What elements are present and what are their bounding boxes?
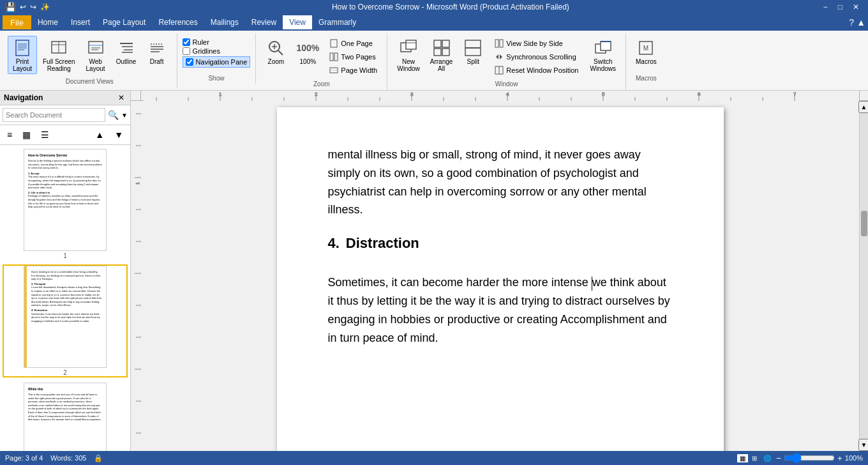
menu-page-layout[interactable]: Page Layout bbox=[96, 15, 152, 29]
help-icon[interactable]: ? bbox=[849, 17, 854, 27]
status-bar: Page: 3 of 4 Words: 305 🔒 ▦ ⊞ 🌐 − + 100% bbox=[0, 451, 868, 465]
zoom-slider-area[interactable]: − + 100% bbox=[776, 453, 863, 463]
nav-pages-list: How to Overcome Sorrow Sorrow is the fee… bbox=[0, 145, 130, 451]
ribbon-collapse-icon[interactable]: ▲ bbox=[857, 17, 865, 27]
title-bar: 💾 ↩ ↪ ✨ How to Overcome Sorrow - Microso… bbox=[0, 0, 868, 14]
vertical-scrollbar[interactable]: ▲ ▼ bbox=[859, 101, 868, 451]
menu-references[interactable]: References bbox=[152, 15, 204, 29]
ruler-checkbox[interactable]: Ruler bbox=[183, 38, 251, 46]
document-content[interactable]: mental illness big or small, strong of m… bbox=[328, 146, 673, 347]
scrollbar-thumb[interactable] bbox=[861, 211, 867, 236]
print-layout-label: PrintLayout bbox=[13, 58, 32, 72]
zoom-level: 100% bbox=[845, 454, 863, 462]
full-screen-status-button[interactable]: ⊞ bbox=[749, 454, 760, 462]
show-group: Ruler Gridlines Navigation Pane Show bbox=[177, 33, 257, 84]
zoom-100-label: 100% bbox=[300, 58, 317, 65]
heading-4-text: Distraction bbox=[346, 235, 419, 251]
zoom-in-button[interactable]: + bbox=[837, 454, 842, 463]
zoom-button[interactable]: Zoom bbox=[261, 36, 290, 67]
scrollbar-track[interactable] bbox=[860, 113, 868, 439]
switch-windows-button[interactable]: SwitchWindows bbox=[585, 36, 620, 74]
web-layout-status-button[interactable]: 🌐 bbox=[761, 454, 774, 462]
outline-label: Outline bbox=[116, 58, 137, 65]
new-window-label: NewWindow bbox=[397, 58, 420, 72]
svg-text:3: 3 bbox=[410, 91, 414, 97]
menu-insert[interactable]: Insert bbox=[64, 15, 96, 29]
zoom-slider[interactable] bbox=[784, 453, 835, 463]
view-side-by-side-button[interactable]: View Side by Side bbox=[490, 37, 583, 50]
scroll-up-button[interactable]: ▲ bbox=[858, 101, 868, 113]
reset-window-position-button[interactable]: Reset Window Position bbox=[490, 64, 583, 77]
full-screen-reading-label: Full ScreenReading bbox=[43, 58, 75, 72]
draft-label: Draft bbox=[150, 58, 164, 65]
maximize-button[interactable]: □ bbox=[834, 3, 846, 11]
show-label: Show bbox=[183, 73, 251, 84]
outline-icon bbox=[116, 38, 137, 58]
navigation-pane-checkbox[interactable]: Navigation Pane bbox=[183, 56, 251, 68]
zoom-100-button[interactable]: 100% 100% bbox=[293, 36, 322, 67]
split-icon bbox=[463, 38, 483, 58]
svg-text:7: 7 bbox=[793, 91, 797, 97]
zoom-label: Zoom bbox=[268, 58, 285, 65]
nav-results-view-button[interactable]: ☰ bbox=[36, 128, 54, 142]
search-input[interactable] bbox=[3, 108, 105, 122]
navigation-pane: Navigation ✕ 🔍 ▼ ≡ ▦ ☰ ▲ ▼ bbox=[0, 91, 131, 451]
macros-label: Macros bbox=[636, 58, 657, 65]
arrange-all-label: ArrangeAll bbox=[430, 58, 453, 72]
ribbon: PrintLayout Full ScreenReading bbox=[0, 31, 868, 91]
gridlines-checkbox[interactable]: Gridlines bbox=[183, 47, 251, 55]
arrange-all-button[interactable]: ArrangeAll bbox=[426, 36, 458, 74]
svg-rect-35 bbox=[442, 49, 449, 56]
page-thumb-2[interactable]: Good, dealing to be in a comfortable sho… bbox=[3, 264, 128, 377]
menu-review[interactable]: Review bbox=[245, 15, 283, 29]
svg-rect-8 bbox=[89, 42, 103, 53]
svg-text:1: 1 bbox=[135, 182, 140, 185]
full-screen-reading-button[interactable]: Full ScreenReading bbox=[38, 36, 80, 74]
print-layout-button[interactable]: PrintLayout bbox=[8, 36, 37, 74]
zoom-icon bbox=[266, 38, 286, 58]
web-layout-label: WebLayout bbox=[86, 58, 105, 72]
document-scroll-area[interactable]: mental illness big or small, strong of m… bbox=[141, 101, 859, 451]
new-window-button[interactable]: NewWindow bbox=[393, 36, 424, 74]
scrollbar-top-corner bbox=[859, 91, 868, 101]
print-layout-icon bbox=[12, 38, 33, 58]
outline-button[interactable]: Outline bbox=[112, 36, 141, 74]
ruler-horizontal: 1 2 3 4 5 bbox=[141, 91, 859, 101]
page-thumb-3[interactable]: While this This is the most popular use … bbox=[3, 381, 128, 451]
web-layout-button[interactable]: WebLayout bbox=[81, 36, 110, 74]
window-label: Window bbox=[393, 79, 620, 90]
one-page-button[interactable]: One Page bbox=[325, 37, 382, 50]
search-dropdown[interactable]: ▼ bbox=[121, 112, 128, 119]
page-width-button[interactable]: Page Width bbox=[325, 64, 382, 77]
svg-rect-26 bbox=[334, 53, 338, 61]
zoom-out-button[interactable]: − bbox=[776, 454, 781, 463]
nav-scroll-down-button[interactable]: ▼ bbox=[110, 128, 128, 142]
nav-headings-view-button[interactable]: ≡ bbox=[3, 128, 17, 142]
close-button[interactable]: ✕ bbox=[849, 3, 863, 11]
print-layout-status-button[interactable]: ▦ bbox=[737, 454, 748, 462]
svg-text:M: M bbox=[643, 45, 648, 52]
macros-button[interactable]: M Macros bbox=[631, 36, 661, 67]
menu-home[interactable]: Home bbox=[31, 15, 64, 29]
file-menu[interactable]: File bbox=[3, 15, 31, 29]
window-title: How to Overcome Sorrow - Microsoft Word … bbox=[82, 3, 819, 11]
minimize-button[interactable]: − bbox=[819, 3, 832, 11]
nav-pages-view-button[interactable]: ▦ bbox=[18, 128, 35, 142]
svg-text:5: 5 bbox=[602, 91, 605, 97]
page-1-label: 1 bbox=[63, 252, 67, 259]
page-thumb-1[interactable]: How to Overcome Sorrow Sorrow is the fee… bbox=[3, 148, 128, 261]
menu-grammarly[interactable]: Grammarly bbox=[312, 15, 363, 29]
two-pages-button[interactable]: Two Pages bbox=[325, 50, 382, 63]
scroll-down-button[interactable]: ▼ bbox=[858, 439, 868, 451]
nav-pane-close-button[interactable]: ✕ bbox=[116, 93, 126, 102]
paragraph-1: mental illness big or small, strong of m… bbox=[328, 146, 673, 219]
split-button[interactable]: Split bbox=[458, 36, 488, 74]
view-buttons: ▦ ⊞ 🌐 bbox=[737, 454, 774, 462]
synchronous-scrolling-button[interactable]: Synchronous Scrolling bbox=[490, 50, 583, 63]
menu-view[interactable]: View bbox=[283, 15, 312, 29]
menu-mailings[interactable]: Mailings bbox=[204, 15, 245, 29]
zoom-group: Zoom 100% 100% One Page Two Pages bbox=[256, 33, 387, 90]
nav-scroll-up-button[interactable]: ▲ bbox=[91, 128, 108, 142]
draft-button[interactable]: Draft bbox=[142, 36, 172, 74]
search-button[interactable]: 🔍 bbox=[108, 110, 119, 120]
